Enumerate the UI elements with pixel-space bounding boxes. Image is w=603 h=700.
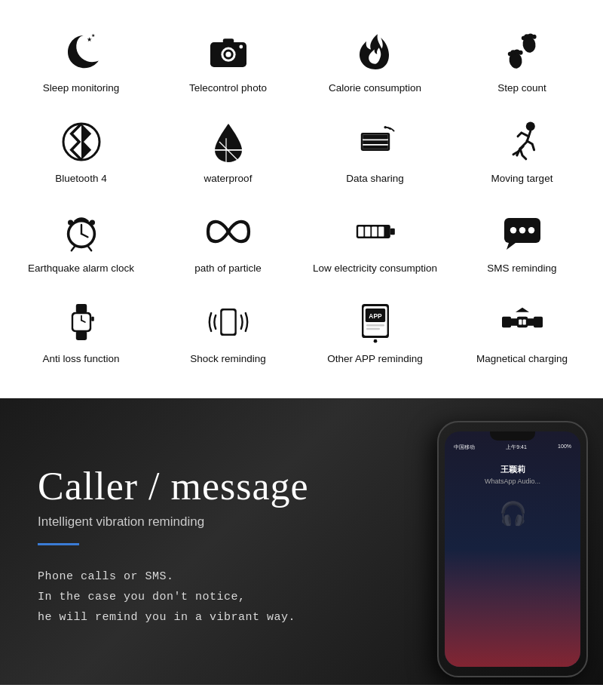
feature-path-particle: path of particle <box>155 195 302 286</box>
svg-rect-62 <box>366 327 380 329</box>
calorie-label: Calorie consumption <box>329 81 421 95</box>
svg-rect-25 <box>363 145 388 149</box>
flame-icon <box>353 29 398 74</box>
phone-battery: 100% <box>558 444 571 451</box>
data-sharing-label: Data sharing <box>346 172 404 186</box>
svg-rect-66 <box>519 319 522 324</box>
phone-body: 中国移动 上午9:41 100% 王颖莉 WhatsApp Audio... 🎧 <box>437 421 588 677</box>
svg-rect-47 <box>75 304 86 313</box>
path-particle-label: path of particle <box>194 262 262 275</box>
feature-app-reminding: APP Other APP reminding <box>302 286 448 376</box>
svg-rect-69 <box>534 316 543 327</box>
headphone-icon: 🎧 <box>451 500 574 527</box>
caller-message-section: Caller / message Intelligent vibration r… <box>0 398 603 685</box>
feature-shock-reminding: Shock reminding <box>155 286 302 376</box>
svg-text:APP: APP <box>369 312 382 319</box>
feature-waterproof: waterproof <box>155 106 302 196</box>
svg-point-44 <box>510 227 516 233</box>
feature-step-count: Step count <box>448 15 595 106</box>
phone-red-gradient <box>445 549 580 667</box>
svg-rect-63 <box>502 316 511 327</box>
svg-point-27 <box>525 121 534 130</box>
feature-sms-reminding: SMS reminding <box>448 195 595 286</box>
camera-icon <box>206 29 251 74</box>
svg-rect-65 <box>516 316 527 327</box>
moon-stars-icon: ★ ★ <box>59 29 104 74</box>
caller-title: Caller / message <box>38 464 399 508</box>
svg-point-60 <box>373 339 377 342</box>
smartwatch-icon <box>59 299 104 345</box>
shock-reminding-label: Shock reminding <box>190 352 266 366</box>
feature-data-sharing: Data sharing <box>302 106 448 196</box>
features-grid: ★ ★ Sleep monitoring Telecontrol photo <box>8 15 595 376</box>
svg-rect-55 <box>222 310 234 333</box>
feature-bluetooth: Bluetooth 4 <box>8 106 155 196</box>
app-reminding-label: Other APP reminding <box>327 352 423 366</box>
svg-point-34 <box>68 220 73 225</box>
alarm-clock-icon <box>59 209 104 254</box>
feature-low-electricity: Low electricity consumption <box>302 195 448 286</box>
phone-content: 王颖莉 WhatsApp Audio... 🎧 <box>445 454 580 533</box>
moving-target-label: Moving target <box>491 172 553 186</box>
phone-caller-name: 王颖莉 <box>451 464 574 475</box>
svg-rect-52 <box>75 331 86 340</box>
description-line3: he will remind you in a vibrant way. <box>38 607 399 628</box>
magnetic-charging-label: Magnetical charging <box>476 352 568 366</box>
anti-loss-label: Anti loss function <box>42 352 119 366</box>
svg-rect-53 <box>91 316 94 321</box>
sms-reminding-label: SMS reminding <box>487 262 556 275</box>
phone-notch <box>490 431 535 441</box>
svg-rect-61 <box>366 324 384 326</box>
infinity-icon <box>206 209 251 254</box>
step-count-label: Step count <box>497 81 546 95</box>
svg-rect-24 <box>363 140 388 144</box>
footsteps-icon <box>500 29 545 74</box>
phone-mockup: 中国移动 上午9:41 100% 王颖莉 WhatsApp Audio... 🎧 <box>407 421 603 685</box>
svg-point-5 <box>225 52 231 57</box>
svg-rect-6 <box>222 38 233 44</box>
dark-section-content: Caller / message Intelligent vibration r… <box>38 464 399 628</box>
svg-rect-68 <box>527 318 534 326</box>
features-section: ★ ★ Sleep monitoring Telecontrol photo <box>0 0 603 398</box>
svg-point-17 <box>531 35 536 39</box>
svg-line-32 <box>71 247 74 250</box>
feature-moving-target: Moving target <box>448 106 595 196</box>
phone-status-bar: 中国移动 上午9:41 100% <box>445 441 580 454</box>
bluetooth-label: Bluetooth 4 <box>55 172 106 186</box>
speech-bubble-icon <box>500 209 545 254</box>
waterproof-label: waterproof <box>204 172 253 186</box>
svg-rect-42 <box>390 229 394 235</box>
description-line2: In the case you don't notice, <box>38 587 399 607</box>
svg-point-46 <box>528 227 534 233</box>
vibrate-icon <box>206 299 251 345</box>
svg-point-35 <box>89 220 94 225</box>
battery-icon <box>353 209 398 254</box>
blue-divider <box>38 543 79 545</box>
low-electricity-label: Low electricity consumption <box>313 262 437 275</box>
earthquake-alarm-label: Earthquake alarm clock <box>28 262 134 275</box>
svg-rect-41 <box>378 226 384 236</box>
description-line1: Phone calls or SMS. <box>38 566 399 587</box>
sleep-monitoring-label: Sleep monitoring <box>43 81 119 95</box>
caller-subtitle: Intelligent vibration reminding <box>38 514 399 530</box>
feature-telecontrol-photo: Telecontrol photo <box>155 15 302 106</box>
phone-carrier: 中国移动 <box>454 444 475 451</box>
app-icon: APP <box>353 299 398 345</box>
svg-point-26 <box>384 126 387 129</box>
water-drop-icon <box>206 119 251 164</box>
svg-rect-67 <box>522 319 525 324</box>
running-icon <box>500 119 545 164</box>
feature-calorie: Calorie consumption <box>302 15 448 106</box>
telecontrol-photo-label: Telecontrol photo <box>189 81 267 95</box>
svg-rect-39 <box>365 226 370 236</box>
phone-wa-text: WhatsApp Audio... <box>451 477 574 485</box>
svg-rect-64 <box>511 318 518 326</box>
svg-point-12 <box>518 51 522 55</box>
svg-text:★: ★ <box>91 33 95 38</box>
svg-line-33 <box>88 247 91 250</box>
svg-point-45 <box>519 227 525 233</box>
caller-description: Phone calls or SMS. In the case you don'… <box>38 566 399 628</box>
bluetooth-icon <box>59 119 104 164</box>
cloud-wifi-icon <box>353 119 398 164</box>
charging-icon <box>500 299 545 345</box>
